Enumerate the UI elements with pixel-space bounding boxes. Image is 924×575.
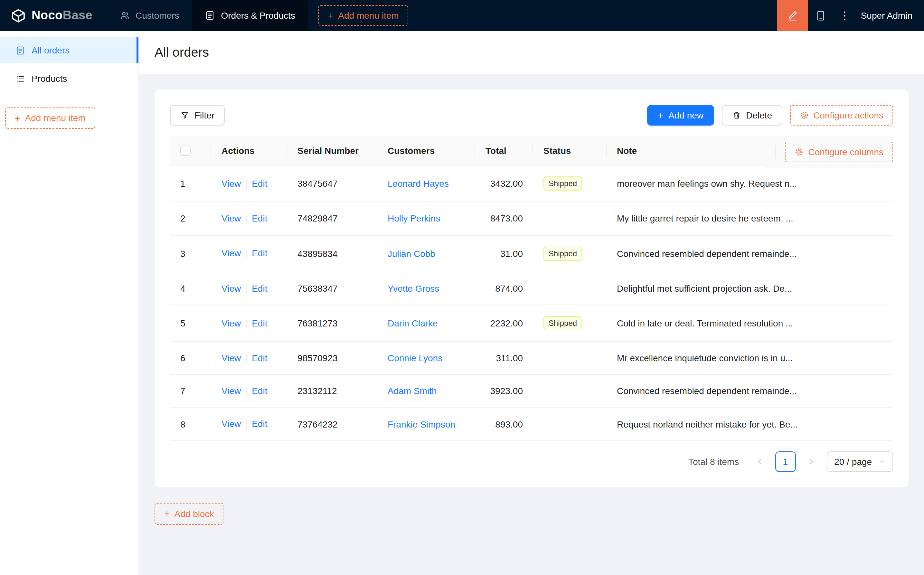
- view-link[interactable]: View: [222, 283, 241, 293]
- column-header-customers: Customers: [377, 136, 475, 166]
- sidebar-item-products[interactable]: Products: [0, 66, 138, 91]
- gear-icon: [800, 111, 809, 120]
- filter-icon: [180, 111, 189, 120]
- edit-link[interactable]: Edit: [252, 353, 267, 363]
- edit-link[interactable]: Edit: [252, 248, 267, 259]
- actions-cell: ViewEdit: [211, 305, 287, 342]
- top-nav: Customers Orders & Products + Add menu i…: [106, 0, 408, 31]
- row-index: 5: [180, 318, 186, 329]
- plus-icon: +: [15, 113, 21, 123]
- customer-cell: Julian Cobb: [377, 235, 475, 272]
- customer-link[interactable]: Julian Cobb: [387, 248, 435, 259]
- row-index: 6: [180, 353, 186, 363]
- select-all-header-cell: [170, 136, 211, 166]
- customer-link[interactable]: Connie Lyons: [387, 353, 442, 363]
- view-link[interactable]: View: [222, 178, 241, 189]
- page-number-button[interactable]: 1: [775, 451, 795, 472]
- add-menu-item-button-sidebar[interactable]: + Add menu item: [5, 107, 95, 129]
- edit-link[interactable]: Edit: [252, 213, 267, 224]
- edit-link[interactable]: Edit: [252, 386, 267, 396]
- customer-link[interactable]: Yvette Gross: [387, 283, 439, 293]
- add-new-button[interactable]: + Add new: [648, 105, 714, 125]
- view-link[interactable]: View: [222, 386, 241, 396]
- customer-cell: Adam Smith: [377, 375, 475, 408]
- add-menu-item-label: Add menu item: [25, 113, 86, 123]
- nav-item-label: Orders & Products: [221, 10, 295, 21]
- edit-link[interactable]: Edit: [252, 318, 267, 328]
- top-header: NocoBase Customers: [0, 0, 924, 31]
- actions-cell: ViewEdit: [211, 272, 287, 305]
- plus-icon: +: [658, 110, 664, 120]
- total-cell: 8473.00: [475, 203, 533, 236]
- view-link[interactable]: View: [222, 248, 241, 259]
- brand[interactable]: NocoBase: [0, 0, 106, 31]
- view-link[interactable]: View: [222, 419, 241, 429]
- view-link[interactable]: View: [222, 213, 241, 224]
- status-cell: [533, 203, 606, 236]
- note-cell: Mr excellence inquietude conviction is i…: [606, 342, 893, 375]
- chevron-right-icon: [807, 458, 815, 465]
- delete-button[interactable]: Delete: [721, 105, 782, 125]
- total-cell: 3432.00: [475, 166, 533, 203]
- prev-page-button[interactable]: [749, 451, 770, 472]
- highlighter-pen-icon: [787, 10, 799, 21]
- customer-link[interactable]: Adam Smith: [387, 386, 437, 396]
- actions-cell: ViewEdit: [211, 166, 287, 203]
- status-cell: [533, 272, 606, 305]
- nocobase-app: NocoBase Customers: [0, 0, 924, 575]
- page-size-select[interactable]: 20 / page: [826, 451, 893, 472]
- nav-item-customers[interactable]: Customers: [106, 0, 192, 31]
- pagination-total: Total 8 items: [688, 456, 739, 467]
- edit-link[interactable]: Edit: [252, 283, 267, 293]
- edit-link[interactable]: Edit: [252, 419, 267, 429]
- orders-products-icon: [205, 10, 215, 21]
- next-page-button[interactable]: [801, 451, 821, 472]
- status-cell: Shipped: [533, 305, 606, 342]
- add-block-button[interactable]: + Add block: [154, 503, 224, 525]
- nav-item-orders-products[interactable]: Orders & Products: [192, 0, 308, 31]
- view-link[interactable]: View: [222, 353, 241, 363]
- header-right: ⋮ Super Admin: [777, 0, 924, 31]
- status-cell: [533, 408, 606, 441]
- configure-columns-button[interactable]: Configure columns: [785, 141, 893, 162]
- customer-link[interactable]: Holly Perkins: [387, 213, 440, 224]
- note-cell: My little garret repair to desire he est…: [606, 203, 893, 236]
- gear-icon: [795, 148, 804, 156]
- index-cell: 2: [170, 203, 211, 236]
- ui-editor-button[interactable]: [777, 0, 808, 31]
- total-cell: 31.00: [475, 235, 533, 272]
- configure-actions-button[interactable]: Configure actions: [790, 105, 893, 125]
- select-all-checkbox[interactable]: [180, 146, 191, 156]
- add-menu-item-button-header[interactable]: + Add menu item: [318, 5, 408, 26]
- index-cell: 8: [170, 408, 211, 441]
- add-block-label: Add block: [175, 509, 214, 519]
- serial-cell: 98570923: [287, 342, 377, 375]
- action-divider: [246, 319, 247, 329]
- table-row: 4 ViewEdit 75638347 Yvette Gross 874.00 …: [170, 272, 893, 305]
- chevron-down-icon: [878, 458, 885, 465]
- mobile-button[interactable]: [808, 0, 834, 31]
- nocobase-logo-icon: [10, 7, 26, 24]
- nav-item-label: Customers: [135, 10, 179, 21]
- sidebar-item-all-orders[interactable]: All orders: [0, 37, 138, 63]
- index-cell: 4: [170, 272, 211, 305]
- filter-button[interactable]: Filter: [170, 105, 225, 125]
- action-divider: [246, 387, 247, 396]
- user-menu[interactable]: Super Admin: [856, 10, 924, 21]
- edit-link[interactable]: Edit: [252, 178, 267, 189]
- toolbar-right: + Add new Delete: [648, 105, 893, 125]
- all-orders-icon: [16, 45, 25, 55]
- view-link[interactable]: View: [222, 318, 241, 328]
- status-tag: Shipped: [543, 246, 582, 260]
- customer-link[interactable]: Leonard Hayes: [387, 179, 449, 189]
- actions-cell: ViewEdit: [211, 408, 287, 441]
- more-menu-button[interactable]: ⋮: [834, 0, 856, 31]
- index-cell: 6: [170, 342, 211, 375]
- serial-cell: 43895834: [287, 235, 377, 272]
- products-list-icon: [16, 74, 25, 83]
- serial-cell: 23132112: [287, 375, 377, 408]
- customer-link[interactable]: Frankie Simpson: [387, 419, 455, 429]
- customer-link[interactable]: Darin Clarke: [387, 318, 438, 329]
- customer-cell: Frankie Simpson: [377, 408, 475, 441]
- main-layout: All orders Products + Add menu item: [0, 31, 924, 575]
